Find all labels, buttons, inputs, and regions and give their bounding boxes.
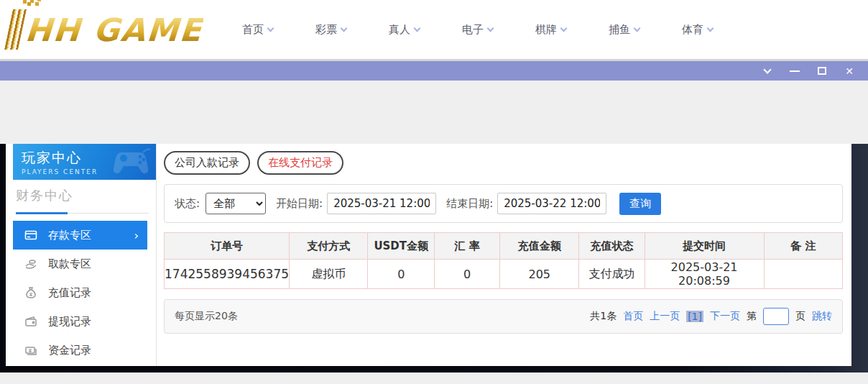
collapse-icon[interactable] [762, 65, 773, 77]
sidebar-item-label: 充值记录 [48, 286, 91, 300]
top-header: HH GAME 首页 彩票 真人 电子 棋牌 捕鱼 体育 [0, 0, 868, 61]
chevron-down-icon [341, 24, 348, 32]
chevron-down-icon [560, 24, 568, 32]
end-date-label: 结束日期: [446, 197, 493, 211]
column-header-submit-time: 提交时间 [645, 233, 764, 260]
banknote-icon [24, 344, 37, 357]
credit-card-icon [24, 229, 37, 242]
chevron-down-icon [634, 24, 641, 32]
column-header-recharge-status: 充值状态 [579, 233, 645, 260]
jump-page-input[interactable] [763, 308, 789, 325]
nav-item-slots[interactable]: 电子 [462, 23, 493, 37]
table-header-row: 订单号 支付方式 USDT金额 汇 率 充值金额 充值状态 提交时间 备 注 [165, 233, 843, 260]
sidebar-item-withdrawal-records[interactable]: 提现记录 [13, 307, 147, 336]
first-page-link[interactable]: 首页 [623, 310, 643, 323]
status-select[interactable]: 全部 [206, 193, 266, 214]
logo-text: HH GAME [24, 12, 204, 48]
status-label: 状态: [175, 197, 200, 211]
nav-label: 电子 [462, 23, 484, 37]
table-row: 1742558939456375 虚拟币 0 0 205 支付成功 2025-0… [165, 260, 843, 289]
maximize-icon[interactable] [816, 65, 828, 77]
jump-prefix-label: 第 [747, 310, 757, 323]
nav-label: 捕鱼 [609, 23, 630, 37]
sidebar-item-label: 存款专区 [48, 229, 91, 242]
total-count: 共1条 [590, 310, 617, 323]
nav-item-fishing[interactable]: 捕鱼 [609, 23, 640, 37]
sidebar-menu: 存款专区 › 取款专区 充值记录 提现记录 [13, 221, 156, 365]
sidebar-item-funds-records[interactable]: 资金记录 [13, 336, 147, 365]
nav-label: 首页 [242, 23, 264, 37]
current-page-indicator: [1] [686, 311, 703, 322]
cell-recharge-status: 支付成功 [579, 260, 645, 289]
nav-item-sports[interactable]: 体育 [682, 23, 713, 37]
column-header-order-no: 订单号 [165, 233, 290, 260]
sidebar-item-label: 资金记录 [48, 344, 91, 357]
minimize-icon[interactable] [789, 65, 800, 77]
nav-item-lottery[interactable]: 彩票 [315, 23, 346, 37]
cell-pay-method: 虚拟币 [290, 260, 368, 289]
nav-label: 棋牌 [535, 23, 557, 37]
column-header-recharge-amount: 充值金额 [500, 233, 579, 260]
sidebar-item-label: 取款专区 [48, 257, 91, 271]
nav-label: 体育 [682, 23, 703, 37]
finance-center-section-title: 财务中心 [16, 187, 149, 214]
column-header-rate: 汇 率 [434, 233, 499, 260]
chevron-down-icon [414, 24, 421, 32]
nav-item-home[interactable]: 首页 [242, 23, 273, 37]
tab-company-deposit-records[interactable]: 公司入款记录 [164, 151, 250, 175]
sidebar-item-deposit-zone[interactable]: 存款专区 › [13, 221, 147, 250]
player-center-panel: 玩家中心 PLAYERS CENTER 财务中心 存款专区 › [6, 144, 851, 366]
start-date-label: 开始日期: [276, 197, 323, 211]
jump-button[interactable]: 跳转 [812, 310, 832, 323]
next-page-link[interactable]: 下一页 [710, 310, 740, 323]
start-date-input[interactable] [327, 193, 436, 214]
chevron-down-icon [487, 24, 494, 32]
record-tabs: 公司入款记录 在线支付记录 [164, 151, 843, 175]
main-nav: 首页 彩票 真人 电子 棋牌 捕鱼 体育 [242, 23, 713, 37]
per-page-label: 每页显示20条 [175, 310, 238, 323]
player-center-header: 玩家中心 PLAYERS CENTER [13, 144, 156, 180]
cell-remark [764, 260, 842, 289]
nav-item-cards[interactable]: 棋牌 [535, 23, 566, 37]
nav-item-live[interactable]: 真人 [389, 23, 420, 37]
close-icon[interactable]: ✕ [844, 65, 855, 77]
cell-submit-time: 2025-03-21 20:08:59 [645, 260, 764, 289]
column-header-pay-method: 支付方式 [290, 233, 368, 260]
sidebar-item-label: 提现记录 [48, 315, 91, 329]
pager-controls: 共1条 首页 上一页 [1] 下一页 第 页 跳转 [590, 308, 832, 325]
wallet-icon [24, 315, 37, 328]
sidebar-item-withdraw-zone[interactable]: 取款专区 [13, 250, 147, 278]
cell-usdt-amount: 0 [368, 260, 434, 289]
cell-rate: 0 [434, 260, 499, 289]
gamepad-icon [111, 147, 152, 177]
chevron-down-icon [267, 24, 274, 32]
column-header-usdt-amount: USDT金额 [368, 233, 434, 260]
records-content: 公司入款记录 在线支付记录 状态: 全部 开始日期: 结束日期: 查询 订单号 … [157, 144, 851, 366]
chevron-down-icon [707, 24, 714, 32]
prev-page-link[interactable]: 上一页 [650, 310, 680, 323]
orders-table: 订单号 支付方式 USDT金额 汇 率 充值金额 充值状态 提交时间 备 注 1… [164, 232, 843, 289]
dark-background-band: 玩家中心 PLAYERS CENTER 财务中心 存款专区 › [0, 144, 868, 372]
column-header-remark: 备 注 [764, 233, 842, 260]
sidebar: 玩家中心 PLAYERS CENTER 财务中心 存款专区 › [6, 144, 157, 366]
logo-stripes-decoration [4, 9, 27, 50]
hand-coins-icon [24, 257, 37, 270]
nav-label: 真人 [389, 23, 410, 37]
money-bag-icon [24, 286, 37, 299]
cell-order-no: 1742558939456375 [165, 260, 290, 289]
end-date-input[interactable] [497, 193, 606, 214]
window-titlebar: ✕ [0, 61, 868, 81]
cell-recharge-amount: 205 [500, 260, 579, 289]
brand-logo: HH GAME [9, 9, 203, 50]
background-spacer [0, 81, 868, 137]
filter-bar: 状态: 全部 开始日期: 结束日期: 查询 [164, 184, 843, 223]
nav-label: 彩票 [315, 23, 337, 37]
sidebar-item-recharge-records[interactable]: 充值记录 [13, 278, 147, 307]
search-button[interactable]: 查询 [619, 193, 661, 215]
chevron-right-icon: › [134, 229, 139, 242]
tab-online-payment-records[interactable]: 在线支付记录 [257, 151, 343, 175]
pagination-bar: 每页显示20条 共1条 首页 上一页 [1] 下一页 第 页 跳转 [164, 299, 843, 334]
jump-suffix-label: 页 [795, 310, 805, 323]
